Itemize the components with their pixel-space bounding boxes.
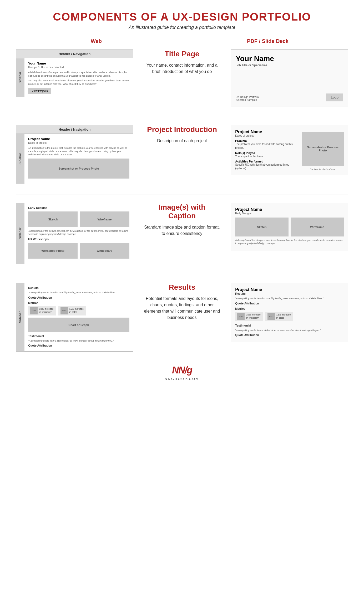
pdf-images-early-designs: Early Designs [235,212,344,215]
pdf-sketch-wireframe-row: Sketch Wireframe [235,218,344,236]
web-metric1-text2: in findability [39,311,54,314]
project-section: Header / Navigation Sidebar Project Name… [16,125,348,184]
web-wireframe-box: Wireframe [80,211,129,227]
pdf-photo-caption: Caption for photo above. [302,168,344,171]
pdf-results-project-name: Project Name [235,287,344,292]
page-header: COMPONENTS OF A UX-DESIGN PORTFOLIO An i… [16,11,348,30]
pdf-metrics-row: Icon 10% increase in findability Icon 15… [235,312,344,321]
intro-row: Header / Navigation Sidebar Your Name Ho… [16,50,348,106]
pdf-metric2-text2: in sales [276,317,291,320]
title-page-label: Title Page [165,50,199,58]
pdf-metric2-text1: 15% increase [276,313,291,317]
web-metric2-text2: in sales [69,311,84,314]
pdf-role-label: Role(s) Played [235,151,298,155]
web-para1: A brief description of who you are and i… [28,71,129,77]
project-center: Project Introduction Description of each… [144,125,220,144]
web-workshops-label: UX Workshops [28,238,129,241]
pdf-project-mockup: Project Name Dates of project Problem Th… [231,125,348,175]
web-chart-box: Chart or Graph [28,318,129,332]
pdf-metric2: Icon 15% increase in sales [265,312,293,321]
web-quote-attr-label: Quote Attribution [28,296,129,299]
web-project-image: Screenshot or Process Photo [28,159,129,179]
web-metric1-text: 10% increase in findability [39,308,54,314]
results-center-desc: Potential formats and layouts for icons,… [144,295,220,321]
web-testimonial-label: Testimonial [28,334,129,338]
web-project-name: Project Name [28,137,129,141]
web-testimonial-quote: "A compelling quote from a stakeholder o… [28,339,129,343]
nn-slash: /g [185,365,192,376]
pdf-col-header: PDF / Slide Deck [187,38,348,44]
pdf-portfolio-label: UX Design Portfolio [236,96,259,98]
pdf-activities-label: Activities Performed [235,160,298,163]
pdf-quote-attr: Quote Attribution [235,302,344,305]
web-results-quote: "A compelling quote heard in usability t… [28,291,129,294]
web-whiteboard-box: Whiteboard [80,243,129,259]
web-project-dates: Dates of project [28,141,129,144]
pdf-results-label: Results [235,292,344,295]
pdf-project-image: Screenshot or Process Photo [302,132,344,166]
pdf-results-mockup: Project Name Results "A compelling quote… [231,283,348,342]
web-your-name: Your Name [28,61,129,65]
web-images-sidebar: Sidebar [16,203,24,264]
results-center-label: Results [169,283,195,292]
web-sidebar: Sidebar [16,58,24,97]
divider3 [16,275,348,275]
pdf-project-img-col: Screenshot or Process Photo Caption for … [302,130,344,171]
pdf-job-title: Job Title or Specialties [236,63,343,67]
pdf-metric2-icon: Icon [267,313,275,320]
pdf-project-text: Project Name Dates of project Problem Th… [235,130,298,171]
web-project-mockup: Header / Navigation Sidebar Project Name… [16,125,133,184]
pdf-your-name: Your Name [236,55,343,63]
web-metrics-row: Icon 10% increase in findability Icon 15… [28,306,129,315]
web-results-sidebar: Sidebar [16,283,24,351]
intro-center: Title Page Your name, contact informatio… [144,50,220,75]
web-metrics-label: Metrics [28,301,129,304]
project-intro-label: Project Introduction [147,125,217,134]
pdf-problem-label: Problem [235,139,298,142]
divider2 [16,195,348,195]
images-section: Sidebar Early Designs Sketch Wireframe A… [16,203,348,264]
images-caption-desc: Standard image size and caption format, … [144,224,220,237]
pdf-images-mockup: Project Name Early Designs Sketch Wirefr… [231,203,348,251]
pdf-metric1-text: 10% increase in findability [246,313,261,319]
web-metric1-text1: 10% increase [39,308,54,311]
results-center: Results Potential formats and layouts fo… [144,283,220,321]
web-project-content: Project Name Dates of project An introdu… [24,134,133,184]
pdf-sketch-box: Sketch [235,218,288,236]
pdf-problem-desc: The problem you were tasked with solving… [235,142,298,150]
web-project-header: Header / Navigation [16,125,133,134]
web-early-designs: Early Designs [28,206,129,209]
web-metric2-text: 15% increase in sales [69,308,84,314]
pdf-intro-mockup: Your Name Job Title or Specialties UX De… [231,50,348,106]
web-images-mockup: Sidebar Early Designs Sketch Wireframe A… [16,203,133,264]
pdf-logo-box: Logo [326,93,343,101]
web-results-mockup: Sidebar Results "A compelling quote hear… [16,283,133,352]
pdf-results-quote: "A compelling quote heard in usability t… [235,297,344,300]
web-para2: You may also want a call to action to cl… [28,79,129,86]
project-intro-desc: Description of each project [157,138,207,144]
pdf-project-inner: Project Name Dates of project Problem Th… [235,130,344,171]
web-project-sidebar: Sidebar [16,134,24,184]
web-col-header: Web [16,38,177,44]
pdf-metric1-text1: 10% increase [246,313,261,317]
pdf-metric1: Icon 10% increase in findability [235,312,263,321]
view-projects-button[interactable]: View Projects [28,88,51,94]
pdf-testimonial-label: Testimonial [235,324,344,327]
web-header-nav: Header / Navigation [16,50,133,58]
pdf-project-dates: Dates of project [235,134,298,137]
images-row: Sidebar Early Designs Sketch Wireframe A… [16,203,348,264]
nn-letters: NN [172,365,185,376]
divider1 [16,117,348,117]
web-results-content: Results "A compelling quote heard in usa… [24,283,133,351]
pdf-images-project-name: Project Name [235,207,344,212]
nn-url: NNGROUP.COM [16,377,348,381]
pdf-project-name: Project Name [235,130,298,134]
pdf-metrics-label: Metrics [235,307,344,310]
page-footer: NN/g NNGROUP.COM [16,365,348,381]
web-metric2-icon: Icon [60,307,68,314]
title-page-desc: Your name, contact information, and a br… [144,62,220,75]
web-testimonial-attr: Quote Attribution [28,344,129,347]
web-intro-content: Your Name How you'd like to be contacted… [24,58,133,97]
web-intro-mockup: Header / Navigation Sidebar Your Name Ho… [16,50,133,97]
web-metric2: Icon 15% increase in sales [58,306,86,315]
